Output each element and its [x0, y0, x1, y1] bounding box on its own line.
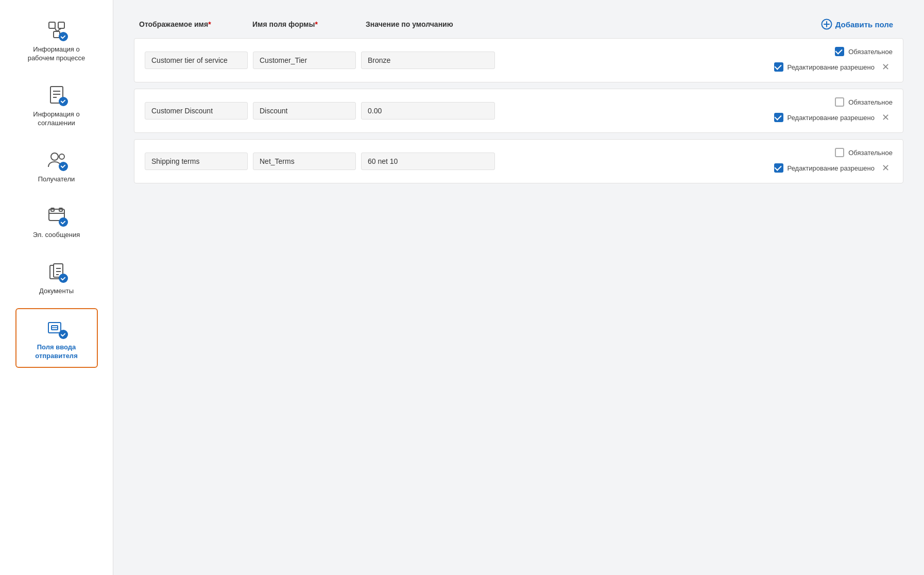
sidebar-item-workflow-label: Информация о рабочем процессе: [22, 45, 92, 63]
agreement-icon: [44, 82, 69, 107]
col-header-form-name: Имя поля формы*: [252, 20, 366, 28]
recipients-icon: [44, 147, 69, 172]
row2-editable-checkbox[interactable]: [774, 113, 783, 122]
add-field-label: Добавить поле: [835, 20, 893, 29]
sidebar-item-agreement-info[interactable]: Информация о соглашении: [15, 75, 98, 135]
svg-point-9: [51, 153, 58, 160]
sidebar-item-recipients-label: Получатели: [38, 175, 75, 184]
row1-required-row: Обязательное: [835, 47, 893, 56]
sender-fields-badge: [59, 330, 68, 339]
sidebar-item-workflow-info[interactable]: Информация о рабочем процессе: [15, 10, 98, 70]
row2-display-name-input[interactable]: [145, 102, 248, 120]
table-row: Обязательное Редактирование разрешено ✕: [134, 89, 903, 133]
add-field-icon: [821, 19, 832, 30]
sidebar: Информация о рабочем процессе Информация…: [0, 0, 113, 575]
col-header-default-value: Значение по умолчанию: [366, 20, 510, 28]
sidebar-item-sender-fields[interactable]: Поля ввода отправителя: [15, 308, 98, 368]
row3-inputs: [145, 153, 769, 170]
row1-editable-row: Редактирование разрешено ✕: [774, 60, 893, 74]
sidebar-item-recipients[interactable]: Получатели: [15, 140, 98, 191]
main-content: Отображаемое имя* Имя поля формы* Значен…: [113, 0, 924, 575]
agreement-badge: [59, 97, 68, 106]
row3-delete-button[interactable]: ✕: [879, 161, 893, 175]
table-header: Отображаемое имя* Имя поля формы* Значен…: [134, 15, 903, 33]
sidebar-item-sender-fields-label: Поля ввода отправителя: [22, 343, 92, 361]
row2-required-row: Обязательное: [835, 97, 893, 107]
sidebar-item-documents[interactable]: Документы: [15, 252, 98, 303]
row3-default-value-input[interactable]: [361, 153, 495, 170]
recipients-badge: [59, 162, 68, 171]
messages-badge: [59, 217, 68, 227]
row1-required-checkbox[interactable]: [835, 47, 844, 56]
row2-inputs: [145, 102, 769, 120]
row3-required-label: Обязательное: [848, 149, 893, 157]
row1-display-name-input[interactable]: [145, 52, 248, 69]
row2-form-name-input[interactable]: [253, 102, 356, 120]
row3-display-name-input[interactable]: [145, 153, 248, 170]
row2-default-value-input[interactable]: [361, 102, 495, 120]
row1-required-label: Обязательное: [848, 48, 893, 56]
row1-inputs: [145, 52, 769, 69]
row3-editable-checkbox[interactable]: [774, 163, 783, 173]
row3-controls: Обязательное Редактирование разрешено ✕: [774, 148, 893, 175]
row1-default-value-input[interactable]: [361, 52, 495, 69]
table-row: Обязательное Редактирование разрешено ✕: [134, 139, 903, 183]
sidebar-item-messages[interactable]: Эл. сообщения: [15, 196, 98, 247]
row3-editable-row: Редактирование разрешено ✕: [774, 161, 893, 175]
svg-rect-1: [58, 22, 64, 28]
sidebar-item-messages-label: Эл. сообщения: [33, 231, 80, 240]
row1-delete-button[interactable]: ✕: [879, 60, 893, 74]
documents-badge: [59, 274, 68, 283]
table-row: Обязательное Редактирование разрешено ✕: [134, 38, 903, 82]
row3-form-name-input[interactable]: [253, 153, 356, 170]
row2-editable-row: Редактирование разрешено ✕: [774, 111, 893, 124]
row2-delete-button[interactable]: ✕: [879, 111, 893, 124]
sidebar-item-agreement-label: Информация о соглашении: [22, 110, 92, 128]
row3-required-checkbox[interactable]: [835, 148, 844, 157]
row3-editable-label: Редактирование разрешено: [788, 164, 875, 172]
svg-rect-0: [49, 22, 55, 28]
row1-controls: Обязательное Редактирование разрешено ✕: [774, 47, 893, 74]
row1-form-name-input[interactable]: [253, 52, 356, 69]
sender-fields-icon: [44, 315, 69, 340]
col-header-display-name: Отображаемое имя*: [139, 20, 252, 28]
workflow-badge: [59, 32, 68, 41]
row2-required-checkbox[interactable]: [835, 97, 844, 107]
documents-icon: [44, 259, 69, 284]
messages-icon: [44, 203, 69, 228]
row2-required-label: Обязательное: [848, 98, 893, 106]
row2-editable-label: Редактирование разрешено: [788, 114, 875, 122]
workflow-icon: [44, 18, 69, 42]
row1-editable-checkbox[interactable]: [774, 62, 783, 72]
row1-editable-label: Редактирование разрешено: [788, 63, 875, 71]
svg-point-10: [59, 154, 64, 159]
sidebar-item-documents-label: Документы: [39, 287, 74, 296]
row3-required-row: Обязательное: [835, 148, 893, 157]
row2-controls: Обязательное Редактирование разрешено ✕: [774, 97, 893, 124]
add-field-button[interactable]: Добавить поле: [816, 15, 898, 33]
